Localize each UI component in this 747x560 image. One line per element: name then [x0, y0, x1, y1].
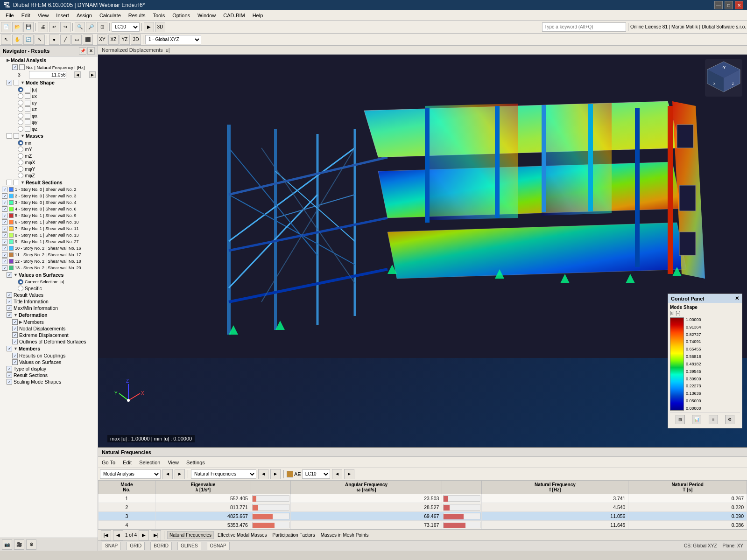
- tb2-rotate[interactable]: 🔄: [23, 35, 34, 45]
- table-row[interactable]: 4 5353.476 73.167 11.645 0.086: [99, 521, 747, 530]
- radio-mphiy[interactable]: [18, 166, 23, 172]
- maxmin-info-cb[interactable]: [7, 305, 12, 311]
- pag-nat-freq[interactable]: Natural Frequencies: [167, 531, 214, 539]
- status-osnap[interactable]: OSNAP: [207, 542, 230, 550]
- menu-file[interactable]: File: [2, 12, 18, 19]
- nat-freq-prev[interactable]: ◀: [74, 71, 81, 78]
- table-row[interactable]: 2 813.771 28.527 4.540 0.220: [99, 503, 747, 512]
- bottom-selection[interactable]: Selection: [137, 459, 162, 466]
- result-sections2-item[interactable]: Result Sections: [0, 372, 98, 378]
- cp-icon-chart[interactable]: 📊: [692, 415, 701, 424]
- tb2-select[interactable]: ↖: [1, 35, 11, 45]
- tb-print[interactable]: 🖨: [38, 22, 48, 32]
- type-display-item[interactable]: Type of display: [0, 365, 98, 372]
- deform-members-item[interactable]: ▶ Members: [0, 319, 98, 325]
- mode-ux[interactable]: ux: [0, 93, 98, 99]
- page-prev[interactable]: ◀: [113, 530, 123, 540]
- status-bgrid[interactable]: BGRID: [150, 542, 172, 550]
- values-surfaces-cb[interactable]: [7, 272, 12, 278]
- lc-dropdown[interactable]: LC10: [112, 22, 140, 32]
- values-surfaces-header[interactable]: ▼ Values on Surfaces: [0, 271, 98, 279]
- radio-u-abs[interactable]: [18, 87, 23, 92]
- result-values-cb[interactable]: [7, 292, 12, 298]
- result-section-item[interactable]: 10 - Story No. 2 | Shear wall No. 16: [0, 245, 98, 252]
- type-display-cb[interactable]: [7, 366, 12, 371]
- bottom-settings[interactable]: Settings: [184, 459, 207, 466]
- tb-zoom-in[interactable]: 🔍: [75, 22, 85, 32]
- nat-freq-value-item[interactable]: 3 ◀ ▶: [0, 70, 98, 79]
- maxmin-info-item[interactable]: Max/Min Information: [0, 305, 98, 311]
- status-snap[interactable]: SNAP: [102, 542, 121, 550]
- tb-zoom-out[interactable]: 🔎: [86, 22, 96, 32]
- menu-cad-bim[interactable]: CAD-BIM: [219, 12, 248, 19]
- radio-specific[interactable]: [18, 286, 23, 291]
- bottom-edit[interactable]: Edit: [121, 459, 134, 466]
- radio-uz[interactable]: [18, 106, 23, 112]
- menu-tools[interactable]: Tools: [149, 12, 169, 19]
- nav-btn-video[interactable]: 🎥: [14, 539, 24, 550]
- radio-mphix[interactable]: [18, 160, 23, 165]
- tb2-line[interactable]: ╱: [60, 35, 70, 45]
- lc-prev[interactable]: ◀: [332, 469, 342, 479]
- bottom-goto[interactable]: Go To: [100, 459, 117, 466]
- radio-mphiz[interactable]: [18, 173, 23, 178]
- lc-next[interactable]: ▶: [344, 469, 354, 479]
- cp-close[interactable]: ✕: [735, 295, 739, 301]
- deform-members-cb[interactable]: [12, 319, 18, 325]
- keyword-search[interactable]: [542, 22, 626, 32]
- cp-icon-settings[interactable]: ⚙: [725, 415, 734, 424]
- tb2-view-3d[interactable]: 3D: [131, 35, 141, 45]
- modal-analysis-dropdown[interactable]: Modal Analysis: [100, 469, 161, 479]
- close-button[interactable]: ✕: [735, 1, 743, 9]
- title-info-item[interactable]: Title Information: [0, 298, 98, 305]
- pag-participation[interactable]: Participation Factors: [271, 532, 317, 539]
- tb-redo[interactable]: ↪: [60, 22, 70, 32]
- tb2-move[interactable]: ✋: [12, 35, 22, 45]
- mode-phiz[interactable]: φz: [0, 126, 98, 132]
- result-section-item[interactable]: 11 - Story No. 2 | Shear wall No. 17: [0, 252, 98, 258]
- tb-fit[interactable]: ⊡: [97, 22, 107, 32]
- menu-window[interactable]: Window: [194, 12, 219, 19]
- values-surfaces2-cb[interactable]: [12, 359, 18, 365]
- menu-options[interactable]: Options: [169, 12, 194, 19]
- tb2-solid[interactable]: ⬛: [83, 35, 93, 45]
- result-section-item[interactable]: 9 - Story No. 1 | Shear wall No. 27: [0, 238, 98, 245]
- mass-my[interactable]: mY: [0, 146, 98, 153]
- mode-phix[interactable]: φx: [0, 112, 98, 119]
- minimize-button[interactable]: —: [714, 1, 723, 9]
- result-sections2-cb[interactable]: [7, 372, 12, 378]
- mode-u-abs[interactable]: |u|: [0, 86, 98, 93]
- tb2-view-xz[interactable]: XZ: [108, 35, 119, 45]
- nf-next[interactable]: ▶: [270, 469, 281, 479]
- ma-next[interactable]: ▶: [175, 469, 185, 479]
- result-section-item[interactable]: 3 - Story No. 0 | Shear wall No. 4: [0, 199, 98, 206]
- navigation-cube[interactable]: -Y X Z: [705, 59, 742, 97]
- result-section-item[interactable]: 2 - Story No. 0 | Shear wall No. 3: [0, 193, 98, 199]
- lc-dropdown-2[interactable]: LC10: [302, 469, 330, 479]
- outlines-item[interactable]: Outlines of Deformed Surfaces: [0, 338, 98, 345]
- modal-analysis-header[interactable]: ▶ Modal Analysis: [0, 56, 98, 64]
- tb2-scale[interactable]: ⤡: [35, 35, 45, 45]
- tb2-view-yz[interactable]: YZ: [120, 35, 130, 45]
- result-section-item[interactable]: 5 - Story No. 1 | Shear wall No. 9: [0, 212, 98, 219]
- radio-mz[interactable]: [18, 153, 23, 159]
- menu-assign[interactable]: Assign: [73, 12, 96, 19]
- radio-uy[interactable]: [18, 100, 23, 105]
- extreme-disp-cb[interactable]: [12, 332, 18, 338]
- bottom-view[interactable]: View: [166, 459, 181, 466]
- menu-calculate[interactable]: Calculate: [96, 12, 125, 19]
- table-row[interactable]: 1 552.405 23.503 3.741 0.267: [99, 494, 747, 503]
- result-sections-header[interactable]: ▼ Result Sections: [0, 179, 98, 186]
- nat-freq-next[interactable]: ▶: [89, 71, 96, 78]
- radio-mx[interactable]: [18, 140, 23, 146]
- result-values-item[interactable]: Result Values: [0, 292, 98, 298]
- result-section-item[interactable]: 6 - Story No. 1 | Shear wall No. 10: [0, 219, 98, 225]
- pag-mesh-masses[interactable]: Masses in Mesh Points: [319, 532, 371, 539]
- cp-icon-table[interactable]: ⊞: [676, 415, 685, 424]
- values-surfaces2-item[interactable]: Values on Surfaces: [0, 359, 98, 365]
- result-section-item[interactable]: 12 - Story No. 2 | Shear wall No. 18: [0, 258, 98, 265]
- deformation-header[interactable]: ▼ Deformation: [0, 311, 98, 319]
- pag-modal-masses[interactable]: Effective Modal Masses: [216, 532, 268, 539]
- viewport-3d[interactable]: X Y Z max |u| : 1.00000 | min |u| : 0.00…: [98, 55, 747, 447]
- tb-open[interactable]: 📂: [12, 22, 22, 32]
